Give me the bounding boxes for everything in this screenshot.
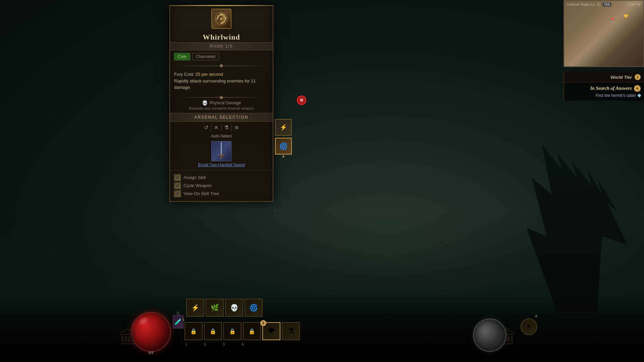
tab-key-label: TAB — [602, 2, 611, 7]
skill-bar-top-row: ⚡ 🌿 💀 🌀 — [186, 299, 263, 317]
top-skill-3[interactable]: 💀 — [225, 299, 243, 317]
game-time: 9:29 PM — [627, 2, 641, 6]
filter-cross-icon[interactable]: ✕ — [214, 124, 218, 131]
action-cycle[interactable]: ⬛ Cycle Weapon — [174, 182, 269, 190]
minimap-overlay — [564, 1, 643, 66]
location-label: Icehowl Taiga (Lv. 5) TAB — [567, 2, 612, 6]
resource-orb — [473, 318, 506, 352]
filter-funnel-icon[interactable]: ⚗ — [224, 124, 229, 131]
action-key-right: A — [535, 314, 537, 318]
filter-divider-1 — [211, 124, 211, 131]
svg-text:⬛: ⬛ — [176, 184, 179, 187]
damage-type: Physical Damage — [210, 101, 241, 105]
action-slot-right[interactable]: ⚜ — [521, 318, 537, 335]
top-skill-4[interactable]: 🌀 — [245, 299, 263, 317]
close-button[interactable]: ✕ — [297, 96, 306, 105]
potion-icon-box[interactable]: 🧪 5 — [173, 315, 183, 328]
skill-slot-whirlwind[interactable]: 🌪 5 — [262, 322, 280, 340]
filter-divider-2 — [221, 124, 221, 131]
arsenal-filters[interactable]: ↺ ✕ ⚗ ≋ — [170, 122, 273, 134]
lock-icon-2: 🔒 — [205, 323, 221, 340]
map-pin-1: 📍 — [610, 17, 613, 22]
weapon-icon-box — [211, 141, 231, 161]
action-key-view: ⬛ — [174, 190, 181, 197]
slot-1-num: 1 — [185, 342, 187, 346]
skill-slot-6[interactable]: ⚗ — [282, 322, 300, 340]
slot-5-badge: 5 — [260, 320, 266, 326]
weapon-name: Brutal Two-Handed Sword — [198, 163, 245, 167]
skill-rank-bar: RANK 1/5 — [170, 42, 273, 50]
skill-popup: Whirlwind RANK 1/5 Core Channeled Fury C… — [169, 5, 273, 202]
skill-actions: ⬛ Assign Skill ⬛ Cycle Weapon ⬛ View On … — [170, 170, 273, 201]
action-button-right[interactable]: ⚜ A — [521, 318, 537, 335]
damage-icon-row: 💀 Physical Damage — [202, 100, 241, 106]
skill-slot-locked-4[interactable]: 🔒 — [243, 322, 261, 340]
potion-slot[interactable]: Q 🧪 5 — [173, 311, 183, 328]
world-tier-bar[interactable]: World Tier I — [564, 72, 644, 82]
quest-diamond-icon — [637, 94, 641, 97]
right-slot-active[interactable]: 🌀 ▼ — [275, 138, 292, 155]
action-view-label: View On Skill Tree — [183, 191, 219, 196]
action-key-cycle: ⬛ — [174, 182, 181, 189]
action-view[interactable]: ⬛ View On Skill Tree — [174, 190, 269, 198]
orb-highlight — [138, 316, 150, 326]
quest-panel: World Tier I In Search of Answers ⚜ Find… — [564, 72, 644, 101]
quest-objective: Find the hermit's cabin — [568, 93, 641, 98]
arsenal-section: ARSENAL SELECTION — [170, 113, 273, 122]
lock-icon-3: 🔒 — [224, 323, 241, 340]
potion-count: 5 — [181, 318, 185, 322]
top-skill-2[interactable]: 🌿 — [206, 299, 224, 317]
skill-bar: 🔒 🔒 🔒 🔒 🌪 5 ⚗ 1 2 3 4 — [184, 322, 300, 340]
skill-slot-locked-3[interactable]: 🔒 — [223, 322, 241, 340]
auto-select-label: Auto-Select — [170, 134, 273, 140]
quest-icon: ⚜ — [634, 85, 641, 92]
quest-title-row: In Search of Answers ⚜ — [568, 85, 641, 92]
weapon-item[interactable]: Brutal Two-Handed Sword — [170, 140, 273, 170]
svg-point-1 — [220, 17, 223, 20]
potion-key-label: Q — [177, 311, 179, 315]
slot-2-num: 2 — [204, 342, 206, 346]
right-slot-1[interactable]: ⚡ — [275, 119, 292, 136]
slot-3-num: 3 — [223, 342, 225, 346]
diamond-shape-2 — [219, 96, 223, 99]
world-tier-label: World Tier — [610, 75, 632, 80]
minimap[interactable]: Icehowl Taiga (Lv. 5) TAB 9:29 PM 📍 🏆 — [564, 0, 644, 67]
action-assign[interactable]: ⬛ Assign Skill — [174, 174, 269, 182]
svg-rect-7 — [218, 155, 225, 156]
skill-desc-text: Rapidly attack surrounding enemies for 1… — [174, 78, 256, 90]
action-assign-label: Assign Skill — [183, 175, 206, 180]
svg-line-2 — [220, 13, 221, 14]
skill-icon — [211, 9, 231, 29]
bottom-hud: 4/4 🏛 🏛 Q 🧪 5 ⚡ 🌿 💀 🌀 🔒 🔒 🔒 🔒 — [0, 295, 644, 362]
resource-orb-inner — [473, 318, 506, 352]
skill-description: Fury Cost: 25 per second Rapidly attack … — [170, 68, 273, 94]
whirlwind-slot-icon: 🌪 — [267, 326, 275, 336]
svg-point-0 — [215, 13, 227, 25]
right-skill-slots: ⚡ 🌀 ▼ — [275, 119, 292, 155]
skill-slot-locked-2[interactable]: 🔒 — [204, 322, 222, 340]
lock-icon-1: 🔒 — [185, 323, 202, 340]
fury-cost-label: Fury Cost: — [174, 72, 194, 77]
health-count: 4/4 — [148, 351, 153, 355]
skill-name: Whirlwind — [170, 32, 273, 42]
separator-1 — [170, 64, 273, 67]
sword-icon-svg — [216, 142, 226, 160]
skill-icon-container — [170, 6, 273, 32]
skill-slot-locked-1[interactable]: 🔒 — [184, 322, 203, 340]
action-cycle-label: Cycle Weapon — [183, 183, 212, 188]
map-pin-2: 🏆 — [623, 14, 627, 19]
svg-text:⬛: ⬛ — [176, 192, 179, 195]
filter-wifi-icon[interactable]: ≋ — [234, 124, 239, 131]
filter-refresh-icon[interactable]: ↺ — [204, 124, 208, 131]
svg-line-4 — [216, 19, 217, 20]
world-tier-icon: I — [635, 74, 641, 80]
tag-channeled: Channeled — [192, 53, 219, 60]
quest-content: In Search of Answers ⚜ Find the hermit's… — [564, 82, 644, 101]
svg-rect-8 — [220, 156, 222, 159]
svg-line-3 — [225, 17, 227, 19]
top-skill-1[interactable]: ⚡ — [186, 299, 204, 317]
action-key-assign: ⬛ — [174, 174, 181, 181]
skull-icon: 💀 — [202, 100, 208, 106]
separator-2 — [174, 96, 269, 99]
quest-title: In Search of Answers — [590, 86, 632, 91]
